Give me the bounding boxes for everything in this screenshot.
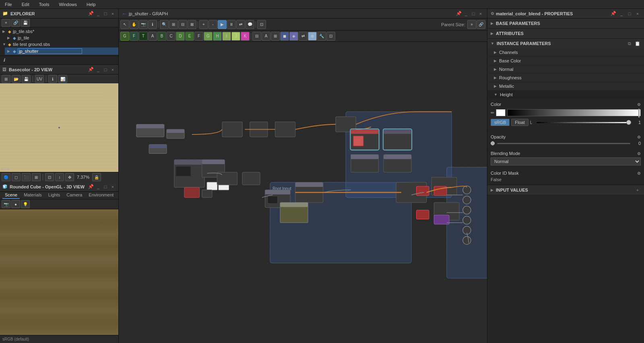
gt-node-f-btn[interactable]: F: [194, 32, 203, 41]
gt-node-g-btn[interactable]: G: [204, 32, 213, 41]
gt-run-btn[interactable]: ▶: [218, 20, 227, 29]
explorer-item-jp-tile[interactable]: ▶ ◆ jp_tile: [5, 35, 118, 41]
v2d-arrow-btn[interactable]: ↕: [55, 173, 64, 181]
color-mode-srgb-btn[interactable]: sRGB: [491, 119, 510, 126]
mask-settings-btn[interactable]: ⚙: [637, 171, 641, 176]
attributes-header[interactable]: ▶ ATTRIBUTES: [487, 29, 644, 38]
gt-node-fx-btn[interactable]: F: [130, 32, 138, 41]
gt-node-c-btn[interactable]: C: [167, 32, 175, 41]
gt-parent-size-expand[interactable]: »: [467, 20, 476, 29]
gt-parent-size-lock[interactable]: 🔗: [477, 20, 485, 29]
gt-node-e-btn[interactable]: E: [185, 32, 194, 41]
gt-comment-btn[interactable]: 💬: [246, 20, 254, 29]
opacity-dot[interactable]: [491, 141, 495, 145]
gt-hand-btn[interactable]: ✋: [130, 20, 138, 29]
color-mode-float-btn[interactable]: Float: [511, 119, 528, 126]
gt-tool-5[interactable]: ◈: [289, 32, 298, 41]
input-values-header[interactable]: ▶ INPUT VALUES +: [487, 185, 644, 195]
props-close-btn[interactable]: ×: [634, 10, 641, 17]
v2d-chart-btn[interactable]: 📊: [58, 75, 67, 83]
tab-environment[interactable]: Environment: [86, 192, 116, 199]
exp-save-btn[interactable]: 💾: [21, 19, 30, 27]
blending-mode-select[interactable]: Normal Multiply Screen Overlay Darken Li…: [491, 157, 641, 165]
gt-tool-9[interactable]: ⊡: [326, 32, 335, 41]
explorer-pin-btn[interactable]: 📌: [88, 10, 94, 17]
exp-add-btn[interactable]: +: [2, 19, 10, 27]
gt-camera-btn[interactable]: 📷: [139, 20, 148, 29]
gt-info-btn[interactable]: ℹ: [148, 20, 157, 29]
menu-help[interactable]: Help: [85, 1, 97, 8]
explorer-min-btn[interactable]: _: [95, 10, 101, 17]
v2d-save-btn[interactable]: 💾: [22, 75, 31, 83]
view3d-pin-btn[interactable]: 📌: [88, 184, 94, 190]
v2d-mode-btn3[interactable]: ⬛: [22, 173, 31, 181]
graph-pin-btn[interactable]: 📌: [456, 10, 462, 17]
tab-scene[interactable]: Scene: [2, 192, 20, 199]
view2d-canvas[interactable]: 4098: [0, 83, 118, 172]
normal-header[interactable]: ▶ Normal: [487, 65, 644, 73]
inst-copy-btn[interactable]: ⧉: [626, 40, 633, 47]
inst-paste-btn[interactable]: 📋: [634, 40, 641, 47]
graph-max-btn[interactable]: □: [470, 10, 477, 17]
gt-tool-4[interactable]: ◼: [280, 32, 289, 41]
v2d-tile-btn[interactable]: ⊡: [45, 173, 54, 181]
blend-settings-btn[interactable]: ⚙: [637, 151, 641, 156]
tab-lights[interactable]: Lights: [46, 192, 62, 199]
v2d-info-btn[interactable]: ℹ: [48, 75, 57, 83]
view3d-min-btn[interactable]: _: [95, 184, 101, 190]
channels-header[interactable]: ▶ Channels: [487, 48, 644, 56]
gt-select-btn[interactable]: ↖: [120, 20, 129, 29]
v2d-grid-btn2[interactable]: ⊞: [32, 173, 41, 181]
gt-node-b-btn[interactable]: B: [157, 32, 166, 41]
color-settings-btn[interactable]: ⚙: [637, 102, 641, 107]
gt-fit-btn[interactable]: ⊡: [257, 20, 266, 29]
view3d-canvas[interactable]: [0, 209, 118, 335]
gt-node-k-btn[interactable]: K: [241, 32, 250, 41]
tab-camera[interactable]: Camera: [64, 192, 85, 199]
gt-delete-btn[interactable]: -: [208, 20, 217, 29]
v2d-uv-btn[interactable]: UV: [35, 75, 44, 83]
menu-windows[interactable]: Windows: [57, 1, 78, 8]
opacity-settings-btn[interactable]: ⚙: [637, 135, 641, 139]
gt-node-a-btn[interactable]: A: [148, 32, 157, 41]
color-l-slider[interactable]: [537, 122, 631, 123]
view3d-max-btn[interactable]: □: [102, 184, 109, 190]
item-name-input[interactable]: [18, 48, 82, 54]
v3d-camera-btn[interactable]: 📷: [2, 200, 10, 208]
color-gradient-bar[interactable]: [507, 109, 641, 116]
gt-node-i-btn[interactable]: I: [222, 32, 231, 41]
base-color-header[interactable]: ▶ Base Color: [487, 57, 644, 65]
v2d-lock-btn[interactable]: 🔒: [92, 173, 101, 181]
graph-canvas[interactable]: Root Input: [119, 42, 487, 343]
v2d-move-btn[interactable]: ✥: [65, 173, 74, 181]
color-swatch[interactable]: [496, 109, 506, 116]
roughness-header[interactable]: ▶ Roughness: [487, 74, 644, 82]
gt-tool-2[interactable]: A: [262, 32, 270, 41]
base-parameters-header[interactable]: ▶ BASE PARAMETERS: [487, 19, 644, 28]
color-eye-btn[interactable]: ✏: [491, 110, 494, 116]
props-min-btn[interactable]: _: [618, 10, 625, 17]
view2d-pin-btn[interactable]: 📌: [88, 66, 94, 73]
view3d-close-btn[interactable]: ×: [109, 184, 116, 190]
menu-tools[interactable]: Tools: [37, 1, 51, 8]
input-add-btn[interactable]: +: [634, 187, 641, 193]
view2d-max-btn[interactable]: □: [102, 66, 109, 73]
v3d-sphere-btn[interactable]: ●: [11, 200, 20, 208]
view2d-min-btn[interactable]: _: [95, 66, 101, 73]
gt-add-btn[interactable]: +: [199, 20, 208, 29]
gt-node-d-btn[interactable]: D: [176, 32, 185, 41]
properties-scroll[interactable]: ▶ BASE PARAMETERS ▶ ATTRIBUTES ▼ INSTANC…: [487, 19, 644, 343]
explorer-item-jp-tile-sbs[interactable]: ▶ ◆ jp_tile.sbs*: [0, 28, 118, 35]
gt-grid-btn[interactable]: ⊟: [178, 20, 187, 29]
height-header[interactable]: ▼ Height: [487, 91, 644, 99]
explorer-max-btn[interactable]: □: [102, 10, 109, 17]
graph-back-icon[interactable]: ←: [122, 11, 126, 16]
gt-pause-btn[interactable]: ⏸: [227, 20, 236, 29]
gt-connect-btn[interactable]: ⇄: [236, 20, 245, 29]
explorer-close-btn[interactable]: ×: [109, 10, 116, 17]
gt-tool-3[interactable]: ⊞: [271, 32, 280, 41]
props-max-btn[interactable]: □: [626, 10, 633, 17]
explorer-item-tile-test[interactable]: ▼ ◆ tile test ground.sbs: [0, 41, 118, 48]
tab-materials[interactable]: Materials: [21, 192, 44, 199]
gt-frame-btn[interactable]: ⊞: [169, 20, 178, 29]
